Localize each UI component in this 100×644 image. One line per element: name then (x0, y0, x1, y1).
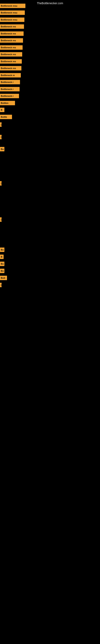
bar-item: Bo (0, 262, 4, 266)
bar-label: Bottleneck res (0, 24, 24, 29)
bar-label: Bottleneck resu (0, 10, 25, 15)
bar-label: | (0, 217, 1, 222)
bar-label: | (0, 135, 1, 139)
bar-label: Bottleneck r (0, 80, 20, 84)
bar-label: Bottlen (0, 101, 15, 105)
bar-label: Bo (0, 248, 4, 252)
bar-item: Bottleneck r (0, 80, 20, 84)
bar-label: Bottleneck res (0, 38, 23, 43)
bar-item: Bo (0, 269, 4, 273)
bar-item: | (0, 217, 1, 222)
bar-item: Bottleneck resu (0, 4, 25, 8)
bar-label: Bottleneck r (0, 87, 20, 91)
bar-label: Bottleneck res (0, 66, 21, 70)
bar-item: Bo (0, 248, 4, 252)
bar-label: Bottleneck resu (0, 4, 25, 8)
bar-item: Bottleneck r (0, 94, 19, 98)
bar-label: | (0, 181, 1, 186)
bar-item: Bottleneck res (0, 52, 22, 56)
bar-item: Bottlen (0, 101, 15, 105)
bar-item: | (0, 181, 1, 186)
bar-item: Bottleneck res (0, 24, 24, 29)
bar-label: Bottleneck re (0, 73, 21, 78)
bar-item: | (0, 135, 1, 139)
bar-item: Bottleneck r (0, 87, 20, 91)
bar-label: | (0, 122, 1, 127)
bar-label: Bo (0, 262, 4, 266)
bar-label: Bottleneck res (0, 32, 24, 36)
bar-item: Bottleneck res (0, 66, 21, 70)
bar-label: Bottleneck res (0, 52, 22, 56)
bar-label: Bo (0, 147, 4, 151)
bar-label: Bottleneck r (0, 94, 19, 98)
bar-item: Bottleneck resu (0, 10, 25, 15)
bar-label: Bottleneck resu (0, 18, 24, 22)
bar-item: Bottleneck resu (0, 18, 24, 22)
bar-item: | (0, 122, 1, 127)
bar-label: Bottle (0, 115, 12, 119)
bar-item: | (0, 283, 1, 287)
bar-item: Bottle (0, 115, 12, 119)
bar-item: B (0, 254, 3, 259)
bar-label: Bott (0, 276, 7, 280)
bar-item: Bottleneck res (0, 45, 23, 50)
bar-label: B (0, 254, 3, 259)
bar-item: Bottleneck re (0, 73, 21, 78)
bar-item: Bottleneck res (0, 32, 24, 36)
bar-label: Bottleneck res (0, 45, 23, 50)
bar-item: Bo (0, 147, 4, 151)
bar-item: Bottleneck res (0, 59, 22, 64)
bar-label: | (0, 283, 1, 287)
bar-label: Bo (0, 269, 4, 273)
bar-item: Bott (0, 276, 7, 280)
bar-label: Bottleneck res (0, 59, 22, 64)
bar-item: Bottleneck res (0, 38, 23, 43)
bar-label: B (0, 108, 4, 112)
bar-item: B (0, 108, 4, 112)
